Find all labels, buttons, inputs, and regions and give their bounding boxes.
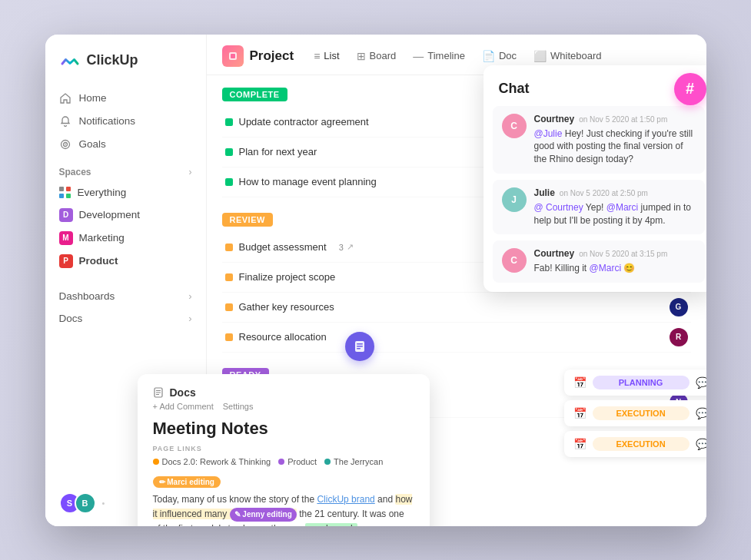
- clickup-brand-link[interactable]: ClickUp brand: [317, 494, 374, 505]
- table-row[interactable]: Resource allocation R: [222, 323, 691, 353]
- tab-timeline-label: Timeline: [427, 50, 465, 61]
- docs-label: Docs: [59, 313, 83, 324]
- sidebar-item-notifications-label: Notifications: [79, 115, 136, 127]
- task-count: 3: [339, 243, 344, 252]
- task-name: Resource allocation: [239, 331, 327, 343]
- docs-header-icon: [153, 387, 164, 398]
- calendar-icon-2: 📅: [573, 407, 587, 419]
- mention: @ Courtney: [534, 202, 583, 213]
- chat-message-2: J Julie on Nov 5 2020 at 2:50 pm @ Court…: [493, 180, 705, 235]
- table-row[interactable]: Gather key resources G: [222, 293, 691, 323]
- doc-tab-icon: 📄: [482, 50, 495, 62]
- docs-header-text: Docs: [170, 386, 196, 399]
- app-container: ClickUp Home Notifications: [45, 35, 706, 526]
- sidebar-item-goals[interactable]: Goals: [52, 133, 200, 156]
- page-link-2[interactable]: Product: [278, 457, 317, 466]
- chat-bubble-icon: 💬: [696, 376, 706, 389]
- dashboards-chevron-icon: ›: [188, 290, 191, 302]
- settings-link[interactable]: Settings: [223, 402, 254, 411]
- everything-grid-icon: [59, 187, 71, 199]
- sidebar-item-product[interactable]: P Product: [52, 250, 200, 273]
- chat-time: on Nov 5 2020 at 2:50 pm: [560, 189, 648, 197]
- julie-avatar: J: [502, 187, 527, 212]
- sidebar-item-marketing[interactable]: M Marketing: [52, 227, 200, 250]
- chat-username: Courtney: [534, 114, 575, 124]
- docs-body: Today, many of us know the story of the …: [153, 492, 414, 526]
- complete-badge: COMPLETE: [222, 88, 287, 101]
- task-assignee-avatar: G: [670, 298, 688, 316]
- sidebar-item-goals-label: Goals: [79, 138, 106, 150]
- page-link-1[interactable]: Docs 2.0: Rework & Thinking: [153, 457, 271, 466]
- sprint-row-1: 📅 PLANNING 💬: [564, 369, 706, 396]
- tab-doc-label: Doc: [499, 50, 517, 61]
- sidebar-item-notifications[interactable]: Notifications: [52, 110, 200, 133]
- svg-rect-6: [357, 343, 363, 345]
- task-name: Finalize project scope: [239, 271, 336, 283]
- complete-dot-icon: [225, 178, 233, 186]
- chat-message-1: C Courtney on Nov 5 2020 at 1:50 pm @Jul…: [493, 106, 705, 174]
- chat-body: Julie on Nov 5 2020 at 2:50 pm @ Courtne…: [534, 187, 696, 227]
- spaces-label: Spaces: [59, 167, 91, 177]
- sidebar-item-development-label: Development: [79, 209, 141, 220]
- review-badge: REVIEW: [222, 213, 273, 227]
- sidebar-item-everything[interactable]: Everything: [52, 182, 200, 204]
- project-title: Project: [250, 48, 294, 64]
- jenny-editing-badge: ✎ Jenny editing: [230, 508, 297, 522]
- task-left: How to manage event planning: [225, 176, 377, 187]
- tab-board-label: Board: [370, 50, 397, 61]
- chat-text: Fab! Killing it @Marci 😊: [534, 262, 668, 275]
- sidebar-item-home[interactable]: Home: [52, 87, 200, 110]
- sprint-panels: 📅 PLANNING 💬 📅 EXECUTION 💬 📅 EXECUTION 💬: [564, 369, 706, 457]
- development-space-icon: D: [59, 208, 73, 222]
- tab-list-label: List: [324, 50, 339, 61]
- sidebar-item-docs[interactable]: Docs ›: [52, 307, 200, 330]
- mention: @Marci: [606, 202, 639, 213]
- tab-board[interactable]: ⊞ Board: [349, 46, 404, 66]
- sidebar-item-home-label: Home: [79, 92, 107, 104]
- doc-float-icon[interactable]: [345, 332, 374, 361]
- chat-username: Courtney: [534, 248, 575, 259]
- page-link-label-1: Docs 2.0: Rework & Thinking: [162, 457, 271, 466]
- svg-rect-8: [357, 348, 361, 350]
- docs-chevron-icon: ›: [188, 313, 191, 324]
- sidebar-logo[interactable]: ClickUp: [45, 50, 206, 87]
- svg-rect-7: [357, 346, 363, 347]
- page-link-dot-1: [153, 459, 159, 465]
- sidebar-item-marketing-label: Marketing: [79, 232, 125, 244]
- view-tabs: ≡ List ⊞ Board — Timeline 📄 Doc ⬜ Whi: [306, 46, 609, 66]
- spaces-header: Spaces ›: [45, 156, 206, 182]
- chat-title: Chat: [483, 65, 706, 106]
- marketing-space-icon: M: [59, 231, 73, 245]
- dashboards-label: Dashboards: [59, 290, 115, 302]
- status-dot: •: [102, 499, 105, 508]
- chat-meta: Courtney on Nov 5 2020 at 1:50 pm: [534, 114, 696, 124]
- sidebar-nav: Home Notifications Goals: [45, 87, 206, 156]
- task-badge: 3 ↗: [339, 242, 354, 252]
- page-link-dot-3: [324, 459, 331, 465]
- chat-bubble-icon-3: 💬: [696, 438, 706, 450]
- sidebar-item-development[interactable]: D Development: [52, 204, 200, 227]
- review-dot-icon: [225, 303, 233, 311]
- page-link-3[interactable]: The Jerrycan: [324, 457, 383, 466]
- tab-doc[interactable]: 📄 Doc: [474, 46, 524, 66]
- task-left: Finalize project scope: [225, 271, 336, 283]
- page-link-label-2: Product: [287, 457, 317, 466]
- tab-list[interactable]: ≡ List: [306, 46, 347, 66]
- docs-sub: + Add Comment Settings: [153, 402, 414, 411]
- tab-timeline[interactable]: — Timeline: [405, 46, 473, 66]
- green-highlighted-text: people work.: [305, 523, 357, 525]
- chat-body: Courtney on Nov 5 2020 at 1:50 pm @Julie…: [534, 114, 696, 166]
- add-comment-button[interactable]: + Add Comment: [153, 402, 214, 411]
- task-name: Plan for next year: [239, 146, 317, 157]
- chat-body: Courtney on Nov 5 2020 at 3:15 pm Fab! K…: [534, 248, 668, 275]
- project-icon: [222, 45, 244, 67]
- tab-whiteboard[interactable]: ⬜ Whiteboard: [526, 46, 609, 66]
- chevron-down-icon: ›: [189, 167, 192, 177]
- task-left: Budget assessment 3 ↗: [225, 241, 354, 253]
- calendar-icon: 📅: [573, 376, 587, 389]
- sidebar-item-dashboards[interactable]: Dashboards ›: [52, 285, 200, 307]
- task-name: Gather key resources: [239, 301, 334, 313]
- courtney-avatar: C: [502, 114, 527, 138]
- user-avatars: S B: [59, 492, 96, 514]
- chat-panel: # Chat C Courtney on Nov 5 2020 at 1:50 …: [483, 65, 706, 293]
